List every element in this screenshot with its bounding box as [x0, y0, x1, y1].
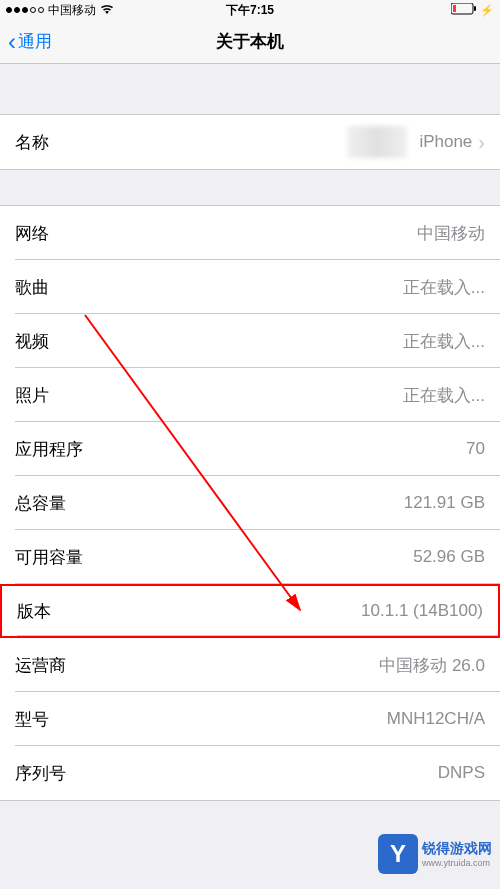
info-label: 总容量 — [15, 492, 66, 515]
status-right: ⚡ — [451, 3, 494, 18]
name-row[interactable]: 名称 iPhone › — [0, 115, 500, 169]
info-label: 运营商 — [15, 654, 66, 677]
svg-rect-2 — [474, 6, 476, 11]
info-label: 版本 — [17, 600, 51, 623]
info-row: 网络中国移动 — [0, 206, 500, 260]
info-value: 中国移动 — [417, 222, 485, 245]
info-value: 正在载入... — [403, 330, 485, 353]
page-title: 关于本机 — [216, 30, 284, 53]
status-bar: 中国移动 下午7:15 ⚡ — [0, 0, 500, 20]
info-row: 应用程序70 — [0, 422, 500, 476]
info-row: 序列号DNPS — [0, 746, 500, 800]
info-value: 正在载入... — [403, 276, 485, 299]
info-row: 运营商中国移动 26.0 — [0, 638, 500, 692]
nav-bar: ‹ 通用 关于本机 — [0, 20, 500, 64]
info-value: 121.91 GB — [404, 493, 485, 513]
info-value: 正在载入... — [403, 384, 485, 407]
info-row: 总容量121.91 GB — [0, 476, 500, 530]
info-row: 歌曲正在载入... — [0, 260, 500, 314]
battery-icon — [451, 3, 477, 18]
status-left: 中国移动 — [6, 2, 114, 19]
info-value: 70 — [466, 439, 485, 459]
wifi-icon — [100, 3, 114, 17]
info-value: 52.96 GB — [413, 547, 485, 567]
info-row: 照片正在载入... — [0, 368, 500, 422]
info-value: 中国移动 26.0 — [379, 654, 485, 677]
info-value: MNH12CH/A — [387, 709, 485, 729]
info-row: 视频正在载入... — [0, 314, 500, 368]
carrier-label: 中国移动 — [48, 2, 96, 19]
blurred-text — [347, 126, 407, 158]
name-section: 名称 iPhone › — [0, 114, 500, 170]
name-value: iPhone › — [347, 126, 485, 158]
chevron-left-icon: ‹ — [8, 30, 16, 54]
watermark-name: 锐得游戏网 — [422, 840, 492, 858]
info-label: 型号 — [15, 708, 49, 731]
info-row: 版本10.1.1 (14B100) — [0, 584, 500, 638]
info-label: 照片 — [15, 384, 49, 407]
info-value: 10.1.1 (14B100) — [361, 601, 483, 621]
name-label: 名称 — [15, 131, 49, 154]
charging-icon: ⚡ — [480, 4, 494, 17]
watermark-logo-icon: Y — [378, 834, 418, 874]
back-label: 通用 — [18, 30, 52, 53]
info-value: DNPS — [438, 763, 485, 783]
chevron-right-icon: › — [478, 131, 485, 154]
svg-rect-1 — [453, 5, 456, 12]
signal-strength-icon — [6, 7, 44, 13]
watermark-url: www.ytruida.com — [422, 858, 492, 868]
info-row: 可用容量52.96 GB — [0, 530, 500, 584]
info-row: 型号MNH12CH/A — [0, 692, 500, 746]
back-button[interactable]: ‹ 通用 — [0, 30, 52, 54]
status-time: 下午7:15 — [226, 2, 274, 19]
info-label: 序列号 — [15, 762, 66, 785]
watermark: Y 锐得游戏网 www.ytruida.com — [378, 834, 492, 874]
info-label: 网络 — [15, 222, 49, 245]
info-label: 视频 — [15, 330, 49, 353]
info-label: 应用程序 — [15, 438, 83, 461]
info-section: 网络中国移动歌曲正在载入...视频正在载入...照片正在载入...应用程序70总… — [0, 205, 500, 801]
info-label: 歌曲 — [15, 276, 49, 299]
info-label: 可用容量 — [15, 546, 83, 569]
